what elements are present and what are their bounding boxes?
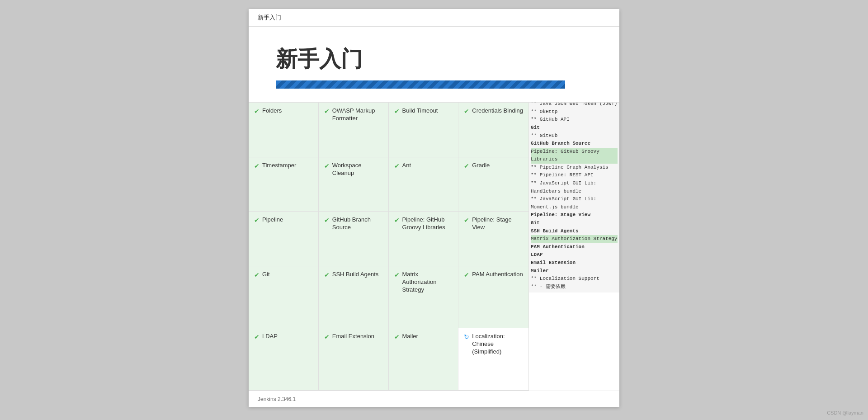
check-icon: ✔ — [324, 271, 330, 278]
cell-label: Email Extension — [332, 333, 374, 340]
grid-cell: ✔Git — [249, 266, 319, 329]
cell-label: Credentials Binding — [472, 107, 523, 115]
log-line: LDAP — [531, 251, 618, 259]
cell-label: Pipeline — [262, 216, 283, 224]
check-icon: ✔ — [324, 162, 330, 170]
footer-version: Jenkins 2.346.1 — [258, 396, 296, 402]
log-line: Git — [531, 219, 618, 227]
grid-cell: ✔Pipeline: Stage View — [458, 212, 528, 266]
log-line: ** Java JSON Web Token (JJWT) — [531, 103, 618, 108]
check-icon: ✔ — [254, 333, 259, 340]
grid-cell: ✔Matrix Authorization Strategy — [389, 266, 459, 329]
check-icon: ✔ — [394, 271, 400, 278]
check-icon: ✔ — [324, 108, 330, 115]
check-icon: ✔ — [394, 108, 400, 115]
cell-label: Matrix Authorization Strategy — [402, 271, 453, 294]
cell-label: OWASP Markup Formatter — [332, 107, 383, 123]
cell-label: Localization: Chinese (Simplified) — [472, 333, 523, 356]
cell-label: Build Timeout — [402, 107, 438, 115]
check-icon: ✔ — [254, 271, 259, 278]
log-line: ** OkHttp — [531, 108, 618, 116]
hero-title: 新手入门 — [276, 45, 592, 74]
grid-cell: ✔GitHub Branch Source — [319, 212, 389, 266]
hero-section: 新手入门 — [249, 27, 619, 102]
log-line: Git — [531, 124, 618, 132]
log-line: ** Pipeline Graph Analysis — [531, 164, 618, 172]
log-line: ** Localization Support — [531, 275, 618, 283]
progress-bar — [276, 80, 565, 89]
check-icon: ✔ — [254, 108, 259, 115]
grid-cell: ↻Localization: Chinese (Simplified) — [458, 328, 528, 391]
grid-cell: ✔Pipeline: GitHub Groovy Libraries — [389, 212, 459, 266]
page-header: 新手入门 — [249, 9, 619, 27]
cell-label: LDAP — [262, 333, 278, 340]
check-icon: ✔ — [254, 217, 259, 224]
grid-cell: ✔Folders — [249, 103, 319, 157]
grid-cell: ✔OWASP Markup Formatter — [319, 103, 389, 157]
check-icon: ✔ — [464, 217, 469, 224]
sidebar-log[interactable]: ** Pipeline: Model API** Pipeline: Decla… — [529, 103, 619, 293]
check-icon: ✔ — [394, 162, 400, 170]
grid-cell: ✔Timestamper — [249, 157, 319, 212]
grid-cell: ✔Mailer — [389, 328, 459, 391]
check-icon: ✔ — [394, 217, 400, 224]
log-line: GitHub Branch Source — [531, 140, 618, 148]
check-icon: ✔ — [394, 333, 400, 340]
page-header-title: 新手入门 — [258, 14, 281, 21]
plugins-section: ✔Folders✔OWASP Markup Formatter✔Build Ti… — [249, 102, 619, 391]
plugins-grid: ✔Folders✔OWASP Markup Formatter✔Build Ti… — [249, 103, 529, 391]
watermark: CSDN @layman — [827, 410, 863, 415]
check-icon: ✔ — [324, 217, 330, 224]
log-line: ** JavaScript GUI Lib: Moment.js bundle — [531, 195, 618, 211]
grid-cell: ✔LDAP — [249, 328, 319, 391]
spinner-icon: ↻ — [464, 333, 469, 340]
grid-cell: ✔Credentials Binding — [458, 103, 528, 157]
check-icon: ✔ — [324, 333, 330, 340]
log-line: Pipeline: Stage View — [531, 211, 618, 219]
cell-label: Git — [262, 271, 270, 278]
grid-cell: ✔PAM Authentication — [458, 266, 528, 329]
progress-bar-fill — [276, 80, 565, 89]
grid-cell: ✔SSH Build Agents — [319, 266, 389, 329]
cell-label: Workspace Cleanup — [332, 162, 383, 177]
log-line: Email Extension — [531, 259, 618, 267]
log-line: ** JavaScript GUI Lib: Handlebars bundle — [531, 179, 618, 195]
check-icon: ✔ — [464, 271, 469, 278]
log-line: Mailer — [531, 267, 618, 275]
cell-label: Folders — [262, 107, 282, 115]
cell-label: Pipeline: Stage View — [472, 216, 523, 231]
log-line: ** Pipeline: REST API — [531, 171, 618, 179]
cell-label: SSH Build Agents — [332, 271, 379, 278]
cell-label: GitHub Branch Source — [332, 216, 383, 231]
grid-cell: ✔Build Timeout — [389, 103, 459, 157]
log-line: Matrix Authorization Strategy — [531, 235, 618, 243]
cell-label: Gradle — [472, 162, 490, 170]
grid-cell: ✔Gradle — [458, 157, 528, 212]
log-line: Pipeline: GitHub Groovy Libraries — [531, 148, 618, 164]
cell-label: Pipeline: GitHub Groovy Libraries — [402, 216, 453, 231]
log-line: ** GitHub — [531, 132, 618, 140]
cell-label: Timestamper — [262, 162, 296, 170]
cell-label: Mailer — [402, 333, 418, 340]
log-line: SSH Build Agents — [531, 227, 618, 236]
grid-cell: ✔Ant — [389, 157, 459, 212]
log-line: PAM Authentication — [531, 243, 618, 251]
grid-cell: ✔Workspace Cleanup — [319, 157, 389, 212]
log-line: ** - 需要依赖 — [531, 283, 618, 291]
grid-cell: ✔Pipeline — [249, 212, 319, 266]
cell-label: PAM Authentication — [472, 271, 523, 278]
grid-cell: ✔Email Extension — [319, 328, 389, 391]
log-line: ** GitHub API — [531, 116, 618, 124]
cell-label: Ant — [402, 162, 411, 170]
page-footer: Jenkins 2.346.1 — [249, 391, 619, 407]
check-icon: ✔ — [464, 162, 469, 170]
check-icon: ✔ — [464, 108, 469, 115]
page-container: 新手入门 新手入门 ✔Folders✔OWASP Markup Formatte… — [249, 9, 619, 407]
check-icon: ✔ — [254, 162, 259, 170]
